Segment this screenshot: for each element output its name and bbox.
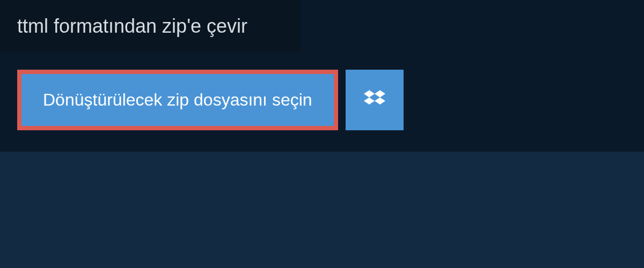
dropbox-icon xyxy=(364,88,385,112)
dropbox-button[interactable] xyxy=(346,70,404,130)
select-file-button-label: Dönüştürülecek zip dosyasını seçin xyxy=(43,90,312,110)
action-row: Dönüştürülecek zip dosyasını seçin xyxy=(0,53,644,130)
select-file-button[interactable]: Dönüştürülecek zip dosyasını seçin xyxy=(17,70,338,130)
title-bar: ttml formatından zip'e çevir xyxy=(0,0,301,53)
converter-panel: ttml formatından zip'e çevir Dönüştürüle… xyxy=(0,0,644,152)
page-title: ttml formatından zip'e çevir xyxy=(17,15,247,37)
